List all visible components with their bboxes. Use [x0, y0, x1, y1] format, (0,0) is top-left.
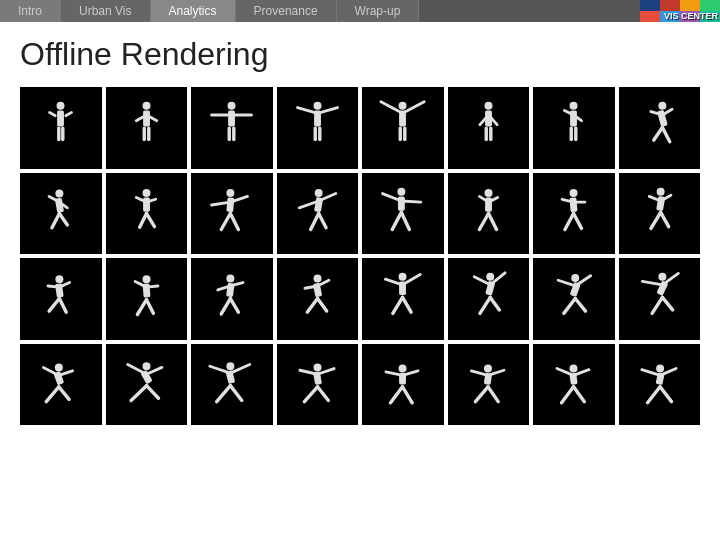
svg-line-66: [139, 213, 146, 227]
svg-line-91: [488, 213, 496, 229]
figure-cell-3-1: [20, 258, 102, 340]
svg-line-54: [654, 128, 663, 141]
svg-line-148: [642, 282, 662, 285]
figure-cell-1-4: [277, 87, 359, 169]
page-title: Offline Rendering: [20, 36, 720, 73]
svg-line-151: [662, 298, 672, 311]
nav-item-intro[interactable]: Intro: [0, 0, 61, 22]
svg-line-172: [300, 370, 318, 374]
figure-cell-1-8: [619, 87, 701, 169]
svg-rect-37: [403, 127, 406, 142]
svg-line-103: [660, 212, 668, 226]
svg-line-198: [647, 387, 660, 403]
svg-rect-48: [570, 127, 573, 142]
svg-line-120: [221, 299, 230, 314]
svg-line-96: [565, 213, 574, 229]
svg-line-108: [49, 299, 59, 312]
svg-point-26: [313, 102, 321, 110]
figure-cell-3-6: [448, 258, 530, 340]
figure-cell-4-1: [20, 344, 102, 426]
figure-cell-4-6: [448, 344, 530, 426]
svg-line-192: [562, 387, 574, 403]
figure-cell-3-7: [533, 258, 615, 340]
svg-line-55: [662, 128, 669, 142]
figure-cell-2-4: [277, 173, 359, 255]
svg-point-8: [57, 102, 65, 110]
nav-logo: VIS CENTER: [640, 0, 720, 22]
svg-rect-18: [142, 127, 145, 142]
figure-cell-3-4: [277, 258, 359, 340]
svg-rect-49: [574, 127, 577, 142]
svg-rect-13: [61, 127, 64, 142]
figure-cell-3-2: [106, 258, 188, 340]
svg-point-44: [570, 102, 578, 110]
svg-line-199: [660, 387, 671, 402]
svg-line-181: [403, 387, 413, 403]
figure-cell-3-5: [362, 258, 444, 340]
svg-line-79: [318, 213, 325, 227]
svg-point-134: [486, 273, 494, 281]
svg-rect-30: [313, 127, 316, 142]
svg-line-180: [391, 387, 403, 403]
svg-point-20: [228, 102, 236, 110]
svg-line-113: [146, 286, 157, 287]
svg-point-38: [484, 102, 492, 110]
nav-item-analytics[interactable]: Analytics: [151, 0, 236, 22]
svg-line-127: [317, 299, 326, 312]
svg-point-14: [142, 102, 150, 110]
svg-rect-0: [640, 0, 660, 11]
figure-cell-1-5: [362, 87, 444, 169]
svg-line-115: [146, 300, 153, 314]
svg-point-146: [658, 273, 666, 281]
svg-point-170: [313, 363, 321, 371]
svg-point-122: [313, 275, 321, 283]
svg-line-73: [231, 213, 239, 229]
svg-line-114: [137, 300, 146, 315]
svg-line-132: [393, 298, 403, 314]
svg-line-90: [479, 213, 488, 229]
svg-point-128: [399, 273, 407, 281]
figure-cell-1-6: [448, 87, 530, 169]
figure-cell-2-8: [619, 173, 701, 255]
svg-line-169: [231, 385, 242, 400]
svg-line-162: [131, 385, 146, 400]
svg-rect-19: [147, 127, 150, 142]
svg-line-178: [386, 372, 403, 375]
figure-cell-4-3: [191, 344, 273, 426]
figure-cell-4-2: [106, 344, 188, 426]
svg-point-80: [398, 188, 406, 196]
svg-line-61: [60, 213, 68, 224]
nav-label-analytics: Analytics: [169, 4, 217, 18]
svg-point-56: [56, 189, 64, 197]
nav-item-provenance[interactable]: Provenance: [236, 0, 337, 22]
svg-rect-21: [228, 111, 235, 127]
svg-line-102: [651, 212, 661, 228]
nav-item-urban-vis[interactable]: Urban Vis: [61, 0, 150, 22]
svg-line-85: [402, 212, 410, 229]
svg-rect-3: [700, 0, 720, 11]
figure-cell-2-7: [533, 173, 615, 255]
nav-item-wrapup[interactable]: Wrap-up: [337, 0, 420, 22]
svg-line-163: [146, 385, 158, 398]
svg-line-138: [480, 298, 490, 314]
svg-rect-9: [57, 111, 64, 127]
logo-text: VIS CENTER: [664, 11, 718, 21]
svg-line-60: [52, 213, 59, 227]
svg-line-133: [403, 298, 412, 313]
svg-line-84: [392, 212, 401, 229]
svg-line-126: [307, 299, 317, 313]
svg-point-74: [314, 189, 322, 197]
figure-cell-4-4: [277, 344, 359, 426]
svg-rect-24: [228, 127, 231, 142]
svg-line-83: [402, 201, 421, 202]
svg-line-150: [652, 298, 662, 314]
svg-point-188: [570, 364, 578, 372]
svg-rect-11: [64, 111, 73, 118]
figure-grid: [0, 87, 720, 425]
figure-cell-2-3: [191, 173, 273, 255]
svg-line-193: [574, 387, 585, 402]
figure-cell-2-2: [106, 173, 188, 255]
svg-line-72: [221, 213, 230, 229]
figure-cell-1-3: [191, 87, 273, 169]
figure-cell-2-5: [362, 173, 444, 255]
